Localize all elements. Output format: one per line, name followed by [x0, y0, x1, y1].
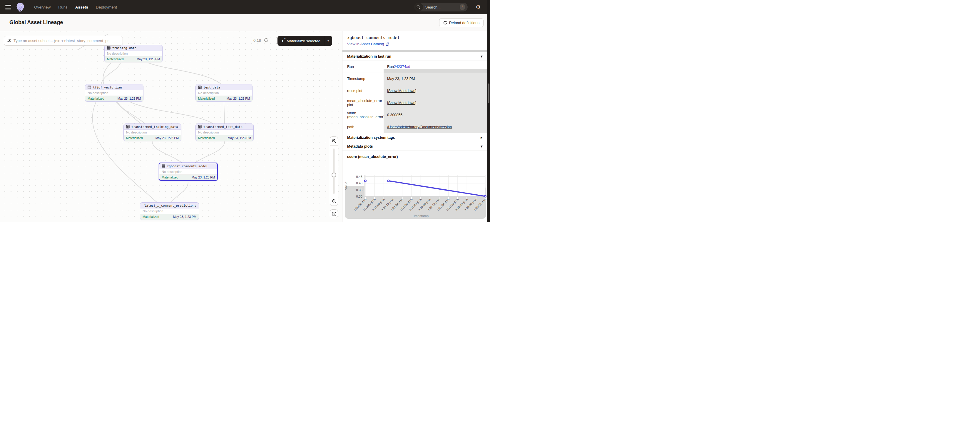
asset-node-latest_…_comment_predictions[interactable]: latest_…_comment_predictionsNo descripti…: [140, 202, 199, 220]
materialized-timestamp[interactable]: May 23, 1:23 PM: [228, 136, 251, 140]
metric-line-chart: 1:20:36 p.m.1:20:48 p.m.1:21:00 p.m.1:21…: [342, 170, 487, 222]
refresh-icon[interactable]: [264, 38, 268, 43]
asset-node-xgboost_comments_model[interactable]: xgboost_comments_modelNo descriptionMate…: [159, 162, 218, 181]
asset-node-transformed_test_data[interactable]: transformed_test_dataNo descriptionMater…: [196, 124, 254, 141]
asset-node-footer: MaterializedMay 23, 1:23 PM: [196, 96, 252, 102]
zoom-slider[interactable]: [330, 146, 338, 197]
asset-subset-input[interactable]: [14, 38, 119, 43]
asset-node-header: tfidf_vectorizer: [85, 84, 143, 90]
asset-node-description: No description: [196, 90, 252, 96]
page-vertical-scrollbar-top: [487, 0, 490, 31]
materialize-selected-button[interactable]: ✦✦ Materialize selected: [277, 36, 324, 46]
metadata-key: mean_absolute_error plot: [342, 97, 383, 109]
lineage-edge: [171, 182, 188, 202]
materialized-status: Materialized: [198, 136, 215, 140]
section-metadata-plots[interactable]: Metadata plots ▼: [342, 142, 487, 151]
table-icon: [198, 125, 202, 129]
table-icon: [198, 86, 202, 89]
svg-text:0.40: 0.40: [356, 181, 363, 185]
section-materialization-system-tags[interactable]: Materialization system tags ▶: [342, 133, 487, 142]
view-in-asset-catalog-label: View in Asset Catalog: [347, 42, 384, 46]
view-in-asset-catalog-link[interactable]: View in Asset Catalog: [347, 42, 483, 46]
zoom-in-button[interactable]: [330, 137, 338, 146]
asset-node-footer: MaterializedMay 23, 1:23 PM: [105, 56, 162, 62]
settings-gear-icon[interactable]: ⚙: [476, 5, 480, 10]
menu-icon[interactable]: [5, 5, 11, 10]
nav-item-deployment[interactable]: Deployment: [96, 5, 117, 10]
app-root: OverviewRunsAssetsDeployment Search... /…: [0, 0, 490, 222]
svg-text:0.45: 0.45: [356, 175, 363, 178]
metadata-value-link[interactable]: /Users/odetteharary/Documents/version: [387, 125, 452, 129]
materialized-timestamp[interactable]: May 23, 1:23 PM: [173, 215, 196, 218]
section-label: Metadata plots: [347, 144, 373, 148]
asset-node-name: transformed_training_data: [131, 125, 178, 129]
panel-header: xgboost_comments_model View in Asset Cat…: [342, 31, 487, 48]
metadata-row-path: path/Users/odetteharary/Documents/versio…: [342, 121, 487, 133]
materialize-options-caret[interactable]: ▾: [324, 36, 332, 46]
download-icon: [332, 212, 337, 216]
metadata-key: rmse plot: [342, 85, 383, 97]
asset-node-name: tfidf_vectorizer: [93, 86, 123, 89]
lineage-graph-canvas[interactable]: training_dataNo descriptionMaterializedM…: [0, 31, 342, 222]
metadata-table: RunRun 242374adTimestampMay 23, 1:23 PMr…: [342, 61, 487, 133]
materialized-timestamp[interactable]: May 23, 1:23 PM: [227, 97, 250, 100]
metric-plot-title: score (mean_absolute_error): [342, 151, 487, 159]
nav-item-runs[interactable]: Runs: [58, 5, 68, 10]
asset-subset-filter[interactable]: [4, 36, 123, 46]
nav-item-assets[interactable]: Assets: [75, 5, 88, 10]
chevron-down-icon: ▼: [480, 55, 483, 58]
zoom-slider-thumb[interactable]: [332, 173, 336, 177]
asset-node-header: transformed_test_data: [196, 124, 253, 130]
zoom-out-button[interactable]: [330, 197, 338, 205]
materialized-status: Materialized: [107, 57, 124, 61]
asset-node-tfidf_vectorizer[interactable]: tfidf_vectorizerNo descriptionMaterializ…: [85, 84, 143, 102]
section-label: Materialization system tags: [347, 135, 395, 140]
metadata-value: Run 242374ad: [383, 61, 487, 73]
materialized-status: Materialized: [126, 136, 143, 140]
materialized-timestamp[interactable]: May 23, 1:23 PM: [192, 175, 215, 179]
panel-horizontal-scrollbar[interactable]: [342, 50, 487, 52]
materialized-status: Materialized: [198, 97, 215, 100]
metadata-row-timestamp: TimestampMay 23, 1:23 PM: [342, 73, 487, 85]
zoom-slider-track: [333, 148, 335, 194]
asset-node-test_data[interactable]: test_dataNo descriptionMaterializedMay 2…: [196, 84, 253, 102]
nav-item-overview[interactable]: Overview: [34, 5, 51, 10]
materialized-timestamp[interactable]: May 23, 1:23 PM: [137, 57, 160, 61]
svg-text:0.35: 0.35: [356, 188, 363, 192]
asset-node-header: transformed_training_data: [124, 124, 181, 130]
asset-node-footer: MaterializedMay 23, 1:23 PM: [159, 175, 217, 180]
metadata-row-rmse-plot: rmse plot[Show Markdown]: [342, 85, 487, 97]
metadata-value-link[interactable]: [Show Markdown]: [387, 101, 416, 105]
refresh-icon: [443, 21, 447, 25]
materialized-timestamp[interactable]: May 23, 1:23 PM: [156, 136, 179, 140]
lineage-edge: [195, 142, 224, 162]
page-vertical-scrollbar[interactable]: [487, 31, 490, 222]
metadata-value: /Users/odetteharary/Documents/version: [383, 121, 487, 133]
metadata-value: [Show Markdown]: [383, 85, 487, 97]
metadata-row-mean-absolute-error-plot: mean_absolute_error plot[Show Markdown]: [342, 97, 487, 109]
run-cell-scrollbar[interactable]: [383, 69, 487, 73]
metadata-value: 0.300855: [383, 109, 487, 121]
asset-node-header: latest_…_comment_predictions: [140, 202, 199, 208]
asset-node-transformed_training_data[interactable]: transformed_training_dataNo descriptionM…: [124, 124, 181, 141]
metadata-value-link[interactable]: [Show Markdown]: [387, 89, 416, 93]
asset-details-panel: xgboost_comments_model View in Asset Cat…: [342, 31, 487, 222]
reload-definitions-button[interactable]: Reload definitions: [439, 18, 484, 27]
lineage-edge: [152, 142, 181, 162]
table-icon: [162, 164, 165, 168]
materialized-status: Materialized: [143, 215, 159, 218]
section-materialization-last-run[interactable]: Materialization in last run ▼: [342, 52, 487, 61]
asset-node-footer: MaterializedMay 23, 1:23 PM: [85, 96, 143, 102]
materialized-timestamp[interactable]: May 23, 1:23 PM: [118, 97, 141, 100]
svg-text:0.30: 0.30: [356, 195, 363, 198]
lineage-filter-icon: [7, 39, 11, 43]
asset-node-name: xgboost_comments_model: [167, 164, 208, 168]
top-nav: OverviewRunsAssetsDeployment Search... /…: [0, 0, 490, 14]
scrollbar-thumb[interactable]: [488, 83, 489, 103]
zoom-controls: [330, 137, 338, 206]
run-id-link[interactable]: 242374ad: [394, 65, 410, 69]
asset-node-name: latest_…_comment_predictions: [144, 204, 196, 207]
dagster-logo[interactable]: [15, 2, 25, 12]
global-search[interactable]: Search... /: [414, 3, 468, 11]
download-image-button[interactable]: [330, 209, 338, 218]
